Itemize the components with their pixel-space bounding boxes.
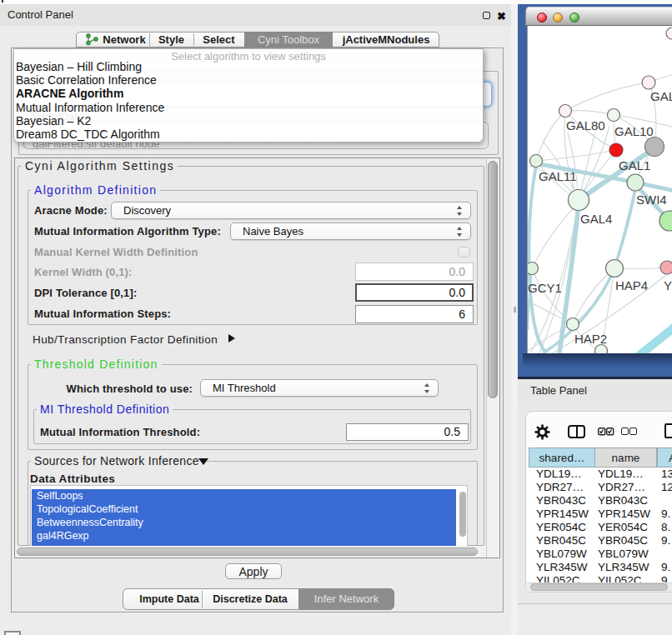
svg-text:GAL4: GAL4	[580, 212, 612, 226]
svg-text:GAL11: GAL11	[539, 169, 577, 183]
svg-text:Y: Y	[664, 278, 672, 292]
svg-text:GAL7: GAL7	[650, 89, 672, 103]
svg-text:GAL1: GAL1	[619, 158, 650, 172]
svg-text:HAP2: HAP2	[574, 332, 607, 346]
svg-text:HAP4: HAP4	[615, 278, 648, 292]
svg-text:GAL80: GAL80	[566, 118, 605, 132]
svg-text:SWI4: SWI4	[636, 192, 667, 207]
svg-text:GAL10: GAL10	[614, 124, 654, 138]
svg-text:GCY1: GCY1	[528, 281, 562, 295]
